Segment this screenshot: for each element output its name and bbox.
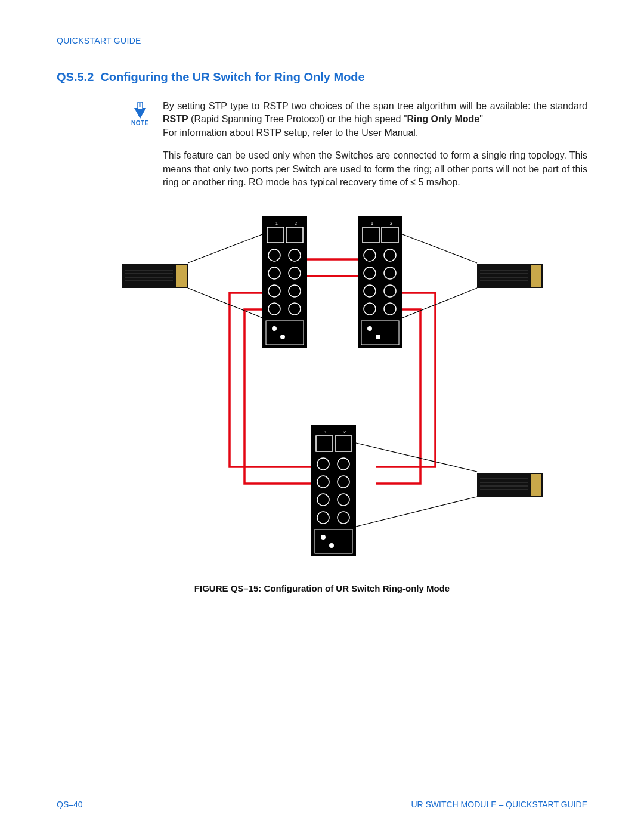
page-header: QUICKSTART GUIDE (57, 36, 587, 45)
page-footer: QS–40 UR SWITCH MODULE – QUICKSTART GUID… (57, 800, 587, 809)
svg-point-19 (272, 326, 277, 331)
svg-point-36 (376, 335, 380, 339)
svg-text:2: 2 (390, 221, 392, 225)
note-paragraph-2: This feature can be used only when the S… (163, 149, 587, 189)
switch-module-top-left: 1 2 (262, 216, 307, 348)
svg-line-53 (188, 234, 262, 263)
figure-caption: FIGURE QS–15: Configuration of UR Switch… (194, 583, 450, 593)
note-label: NOTE (131, 120, 149, 126)
svg-rect-72 (531, 474, 541, 496)
note-paragraph-1: By setting STP type to RSTP two choices … (163, 100, 587, 140)
svg-text:1: 1 (371, 221, 373, 225)
section-number: QS.5.2 (57, 70, 94, 83)
io-module-bottom-right (477, 473, 543, 497)
svg-line-70 (356, 497, 477, 527)
body-text: By setting STP type to RSTP two choices … (163, 100, 587, 199)
svg-text:1: 1 (324, 430, 327, 434)
svg-line-61 (402, 234, 477, 263)
svg-point-20 (280, 335, 285, 339)
svg-rect-21 (358, 216, 402, 348)
svg-rect-5 (262, 216, 307, 348)
svg-point-35 (367, 326, 372, 331)
svg-text:1: 1 (275, 221, 278, 225)
svg-point-52 (329, 543, 334, 548)
io-module-top-right (477, 264, 543, 288)
footer-doc-title: UR SWITCH MODULE – QUICKSTART GUIDE (411, 800, 587, 809)
ring-topology-diagram: 1 2 1 2 (95, 216, 549, 571)
footer-page-number: QS–40 (57, 800, 83, 809)
io-module-top-left (122, 264, 188, 288)
svg-text:2: 2 (343, 430, 346, 434)
svg-rect-64 (531, 265, 541, 287)
switch-module-top-right: 1 2 (358, 216, 402, 348)
svg-rect-37 (311, 425, 356, 556)
section-title: QS.5.2 Configuring the UR Switch for Rin… (57, 70, 587, 84)
switch-module-bottom: 1 2 (311, 425, 356, 556)
svg-text:2: 2 (295, 221, 297, 225)
svg-point-51 (321, 535, 326, 540)
svg-rect-1 (138, 102, 143, 109)
note-icon: NOTE (128, 102, 152, 199)
svg-rect-56 (176, 265, 187, 287)
section-heading: Configuring the UR Switch for Ring Only … (100, 70, 364, 83)
figure: 1 2 1 2 (57, 216, 587, 593)
